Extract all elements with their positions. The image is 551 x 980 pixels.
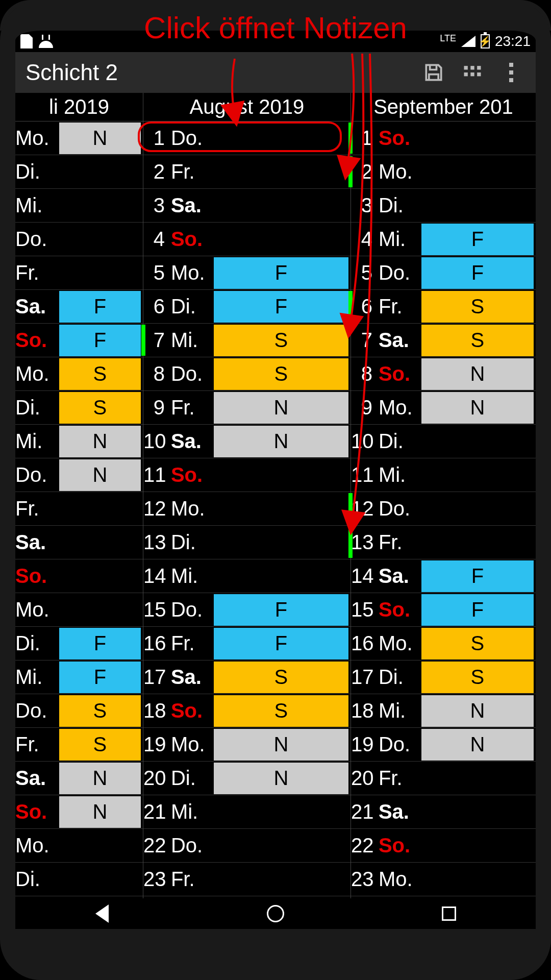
shift-cell[interactable] [421, 459, 534, 491]
shift-cell[interactable] [421, 796, 534, 828]
shift-cell[interactable] [59, 257, 141, 289]
shift-cell[interactable] [421, 426, 534, 457]
day-cell[interactable]: 10Sa.N [143, 425, 350, 458]
day-cell[interactable]: 23Di. [15, 863, 143, 896]
day-cell[interactable]: 9Fr.N [143, 391, 350, 425]
shift-cell[interactable]: S [421, 662, 534, 693]
shift-cell[interactable]: S [59, 729, 141, 761]
month-header-aug[interactable]: August 2019 [143, 93, 351, 121]
day-cell[interactable]: 2Di. [15, 155, 143, 189]
shift-cell[interactable]: N [214, 392, 348, 424]
day-cell[interactable]: 22Mo. [15, 829, 143, 863]
day-cell[interactable]: 2Mo. [351, 155, 536, 189]
month-header-sep[interactable]: September 201 [351, 93, 536, 121]
day-cell[interactable]: 16Di.F [15, 627, 143, 660]
save-button[interactable] [419, 58, 448, 87]
shift-cell[interactable] [214, 796, 348, 828]
day-cell[interactable]: 9Di.S [15, 391, 143, 425]
day-cell[interactable]: 18Do.S [15, 694, 143, 728]
day-cell[interactable]: 6Di.F [143, 290, 350, 324]
day-cell[interactable]: 11Do.N [15, 458, 143, 492]
shift-cell[interactable] [421, 190, 534, 222]
nav-back-button[interactable] [92, 903, 112, 924]
day-cell[interactable]: 7Mi.S [143, 324, 350, 357]
shift-cell[interactable] [421, 493, 534, 525]
day-cell[interactable]: 14So. [15, 559, 143, 593]
shift-cell[interactable]: S [59, 358, 141, 390]
day-cell[interactable]: 1Do. [143, 121, 350, 155]
shift-cell[interactable]: N [421, 695, 534, 727]
shift-cell[interactable]: S [214, 662, 348, 693]
shift-cell[interactable]: N [214, 763, 348, 794]
day-cell[interactable]: 19Fr.S [15, 728, 143, 762]
shift-cell[interactable]: S [421, 628, 534, 659]
day-cell[interactable]: 8So.N [351, 357, 536, 391]
shift-cell[interactable]: S [214, 358, 348, 390]
shift-cell[interactable]: N [421, 729, 534, 761]
calendar-view-button[interactable] [458, 58, 487, 87]
day-cell[interactable]: 19Do.N [351, 728, 536, 762]
shift-cell[interactable]: S [421, 325, 534, 356]
day-cell[interactable]: 20Di.N [143, 762, 350, 795]
shift-cell[interactable]: N [59, 122, 141, 154]
shift-cell[interactable] [59, 560, 141, 592]
shift-cell[interactable] [214, 459, 348, 491]
shift-cell[interactable] [421, 830, 534, 862]
day-cell[interactable]: 16Fr.F [143, 627, 350, 660]
shift-cell[interactable]: N [59, 459, 141, 491]
day-cell[interactable]: 13Sa. [15, 526, 143, 559]
shift-cell[interactable] [214, 527, 348, 558]
shift-cell[interactable] [421, 864, 534, 895]
shift-cell[interactable] [59, 830, 141, 862]
shift-cell[interactable] [214, 190, 348, 222]
shift-cell[interactable]: F [421, 594, 534, 626]
day-cell[interactable]: 12Do. [351, 492, 536, 526]
shift-cell[interactable]: N [421, 358, 534, 390]
overflow-menu-button[interactable] [497, 58, 525, 87]
day-cell[interactable]: 21So.N [15, 795, 143, 829]
shift-cell[interactable]: S [421, 291, 534, 323]
shift-cell[interactable]: F [59, 325, 141, 356]
shift-cell[interactable] [421, 527, 534, 558]
day-cell[interactable]: 10Mi.N [15, 425, 143, 458]
shift-cell[interactable] [59, 527, 141, 558]
calendar-grid[interactable]: 1Mo.N2Di.3Mi.4Do.5Fr.6Sa.F7So.F8Mo.S9Di.… [15, 121, 536, 898]
day-cell[interactable]: 20Sa.N [15, 762, 143, 795]
day-cell[interactable]: 19Mo.N [143, 728, 350, 762]
shift-cell[interactable]: N [421, 392, 534, 424]
shift-cell[interactable]: N [59, 763, 141, 794]
day-cell[interactable]: 17Di.S [351, 660, 536, 694]
nav-home-button[interactable] [265, 903, 286, 924]
day-cell[interactable]: 5Mo.F [143, 256, 350, 290]
day-cell[interactable]: 12Fr. [15, 492, 143, 526]
day-cell[interactable]: 2Fr. [143, 155, 350, 189]
day-cell[interactable]: 13Fr. [351, 526, 536, 559]
day-cell[interactable]: 14Mi. [143, 559, 350, 593]
day-cell[interactable]: 12Mo. [143, 492, 350, 526]
shift-cell[interactable]: F [214, 628, 348, 659]
shift-cell[interactable] [421, 763, 534, 794]
day-cell[interactable]: 15Do.F [143, 593, 350, 627]
shift-cell[interactable]: F [59, 628, 141, 659]
shift-cell[interactable]: S [59, 392, 141, 424]
shift-cell[interactable] [421, 122, 534, 154]
day-cell[interactable]: 21Sa. [351, 795, 536, 829]
day-cell[interactable]: 13Di. [143, 526, 350, 559]
day-cell[interactable]: 4Mi.F [351, 223, 536, 256]
shift-cell[interactable]: N [59, 796, 141, 828]
day-cell[interactable]: 11Mi. [351, 458, 536, 492]
shift-cell[interactable]: F [421, 224, 534, 255]
shift-cell[interactable] [59, 493, 141, 525]
day-cell[interactable]: 14Sa.F [351, 559, 536, 593]
day-cell[interactable]: 23Fr. [143, 863, 350, 896]
day-cell[interactable]: 6Fr.S [351, 290, 536, 324]
day-cell[interactable]: 4Do. [15, 223, 143, 256]
day-cell[interactable]: 17Sa.S [143, 660, 350, 694]
day-cell[interactable]: 15Mo. [15, 593, 143, 627]
day-cell[interactable]: 8Mo.S [15, 357, 143, 391]
shift-cell[interactable] [214, 156, 348, 188]
month-header-jul[interactable]: li 2019 [15, 93, 143, 121]
day-cell[interactable]: 1Mo.N [15, 121, 143, 155]
shift-cell[interactable] [214, 560, 348, 592]
day-cell[interactable]: 5Do.F [351, 256, 536, 290]
